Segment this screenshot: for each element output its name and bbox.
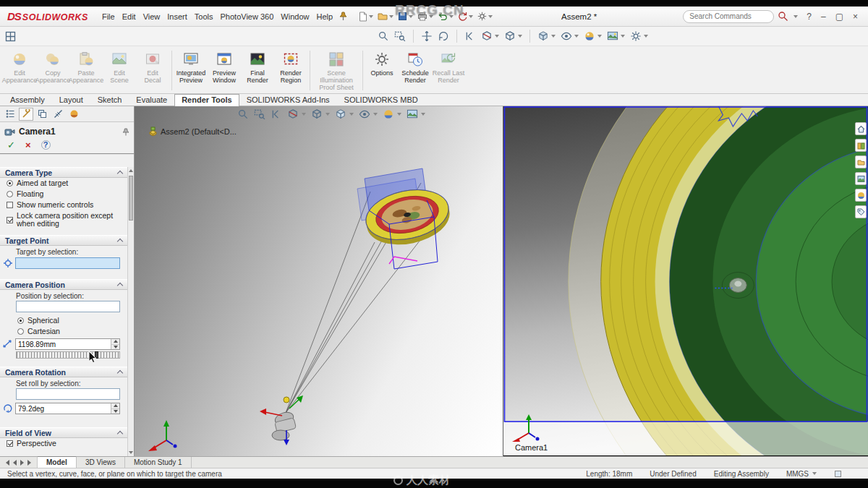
zoom-fit-icon[interactable] xyxy=(237,108,249,120)
scroll-tabs-left-icon[interactable] xyxy=(13,460,17,466)
minimize-icon[interactable]: – xyxy=(821,12,826,21)
checkbox-perspective[interactable]: Perspective xyxy=(0,438,127,449)
appearances-icon[interactable] xyxy=(855,189,867,202)
rotate-view-icon[interactable] xyxy=(437,30,450,43)
view-settings-icon[interactable] xyxy=(629,30,649,43)
custom-properties-icon[interactable] xyxy=(855,205,867,218)
preview-window-button[interactable]: PreviewWindow xyxy=(208,48,241,93)
display-style-icon[interactable] xyxy=(537,30,556,43)
feature-tree-root[interactable]: Assem2 (Default<D... xyxy=(142,127,237,136)
tab-motion-study-1[interactable]: Motion Study 1 xyxy=(125,457,192,468)
pm-help-icon[interactable]: ? xyxy=(41,140,51,150)
roll-selection-box[interactable] xyxy=(16,388,120,400)
scroll-tabs-right-icon[interactable] xyxy=(20,460,24,466)
view-palette-icon[interactable] xyxy=(855,172,867,185)
options-button[interactable]: Options xyxy=(365,48,399,93)
options-gear-icon[interactable] xyxy=(475,11,495,22)
render-region-button[interactable]: RenderRegion xyxy=(274,48,307,93)
spin-down-icon[interactable] xyxy=(111,345,119,350)
radio-aimed-at-target[interactable]: Aimed at target xyxy=(0,178,127,189)
tab-render-tools[interactable]: Render Tools xyxy=(174,94,239,106)
integrated-preview-button[interactable]: IntegratedPreview xyxy=(174,48,208,93)
tab-sketch[interactable]: Sketch xyxy=(90,94,129,106)
camera-type-header[interactable]: Camera Type xyxy=(0,167,127,178)
search-dropdown-icon[interactable] xyxy=(793,15,798,18)
feature-tree-icon[interactable] xyxy=(3,108,17,121)
camera-preview-pane[interactable]: Camera1 xyxy=(503,106,868,456)
position-selection-box[interactable] xyxy=(16,301,120,312)
maximize-icon[interactable]: ▢ xyxy=(835,12,843,21)
menu-photoview-360[interactable]: PhotoView 360 xyxy=(217,10,278,23)
pin-icon[interactable] xyxy=(339,12,347,21)
zoom-fit-icon[interactable] xyxy=(377,30,390,43)
camera-distance-slider[interactable] xyxy=(16,351,120,359)
checkbox-lock-camera-position[interactable]: Lock camera position except when editing xyxy=(0,210,127,229)
new-document-icon[interactable] xyxy=(356,11,375,22)
pushpin-icon[interactable] xyxy=(122,128,129,136)
scroll-tabs-last-icon[interactable] xyxy=(27,460,31,466)
ok-button[interactable]: ✓ xyxy=(7,140,15,150)
scroll-down-icon[interactable] xyxy=(129,450,133,455)
home-icon[interactable] xyxy=(855,122,867,135)
tab-scroll-buttons[interactable] xyxy=(0,457,38,468)
tab-3d-views[interactable]: 3D Views xyxy=(77,457,125,468)
camera-distance-spinner[interactable]: 1198.89mm xyxy=(15,338,120,350)
property-manager-icon[interactable] xyxy=(19,108,33,121)
menu-window[interactable]: Window xyxy=(277,10,312,23)
scroll-up-icon[interactable] xyxy=(129,168,133,174)
apply-scene-icon[interactable] xyxy=(606,30,626,43)
radio-spherical[interactable]: Spherical xyxy=(0,315,127,326)
recall-last-render-button[interactable]: Recall LastRender xyxy=(432,48,465,93)
spin-up-icon[interactable] xyxy=(111,339,119,345)
menu-edit[interactable]: Edit xyxy=(119,10,140,23)
proof-sheet-button[interactable]: Scene IlluminationProof Sheet xyxy=(312,48,360,93)
open-icon[interactable] xyxy=(375,11,396,22)
edit-scene-button[interactable]: EditScene xyxy=(103,48,136,93)
help-icon[interactable]: ? xyxy=(807,12,812,21)
menu-file[interactable]: File xyxy=(98,10,119,23)
edit-appearance-icon[interactable] xyxy=(583,30,603,43)
section-view-icon[interactable] xyxy=(287,108,306,120)
checkbox-show-numeric-controls[interactable]: Show numeric controls xyxy=(0,200,127,210)
edit-appearance-icon[interactable] xyxy=(383,108,401,120)
grid-icon[interactable] xyxy=(4,30,17,43)
previous-view-icon[interactable] xyxy=(271,108,282,120)
graphics-area[interactable]: Assem2 (Default<D... xyxy=(135,106,503,456)
camera-preview-scene[interactable] xyxy=(503,106,868,455)
view-orientation-icon[interactable] xyxy=(311,108,330,120)
edit-decal-button[interactable]: EditDecal xyxy=(136,48,169,93)
status-units[interactable]: MMGS xyxy=(786,470,817,478)
menu-view[interactable]: View xyxy=(140,10,164,23)
radio-floating[interactable]: Floating xyxy=(0,189,127,200)
search-icon[interactable] xyxy=(778,11,788,22)
hide-show-items-icon[interactable] xyxy=(560,30,579,43)
field-of-view-header[interactable]: Field of View xyxy=(0,427,127,438)
tab-layout[interactable]: Layout xyxy=(52,94,90,106)
tab-solidworks-add-ins[interactable]: SOLIDWORKS Add-Ins xyxy=(239,94,337,106)
dimxpert-icon[interactable] xyxy=(51,108,65,121)
menu-insert[interactable]: Insert xyxy=(163,10,191,23)
pan-icon[interactable] xyxy=(420,30,433,43)
paste-appearance-button[interactable]: PasteAppearance xyxy=(69,48,103,93)
target-selection-box[interactable] xyxy=(15,257,120,269)
view-orientation-icon[interactable] xyxy=(503,30,523,43)
target-point-header[interactable]: Target Point xyxy=(0,235,127,246)
expand-arrow-icon[interactable] xyxy=(142,129,145,134)
zoom-area-icon[interactable] xyxy=(393,30,407,43)
spin-down-icon[interactable] xyxy=(111,409,119,414)
apply-scene-icon[interactable] xyxy=(407,108,425,120)
radio-cartesian[interactable]: Cartesian xyxy=(0,326,127,337)
section-view-icon[interactable] xyxy=(480,30,500,43)
previous-view-icon[interactable] xyxy=(464,30,477,43)
panel-scrollbar[interactable] xyxy=(127,167,134,456)
camera-roll-spinner[interactable]: 79.2deg xyxy=(15,403,120,414)
design-library-icon[interactable] xyxy=(855,139,867,152)
status-tag-icon[interactable] xyxy=(834,470,842,478)
edit-appearance-button[interactable]: EditAppearance xyxy=(3,48,36,93)
tab-evaluate[interactable]: Evaluate xyxy=(129,94,174,106)
display-style-icon[interactable] xyxy=(335,108,354,120)
tab-model[interactable]: Model xyxy=(38,456,77,468)
file-explorer-icon[interactable] xyxy=(855,155,867,168)
camera-position-header[interactable]: Camera Position xyxy=(0,279,127,290)
copy-appearance-button[interactable]: CopyAppearance xyxy=(36,48,69,93)
